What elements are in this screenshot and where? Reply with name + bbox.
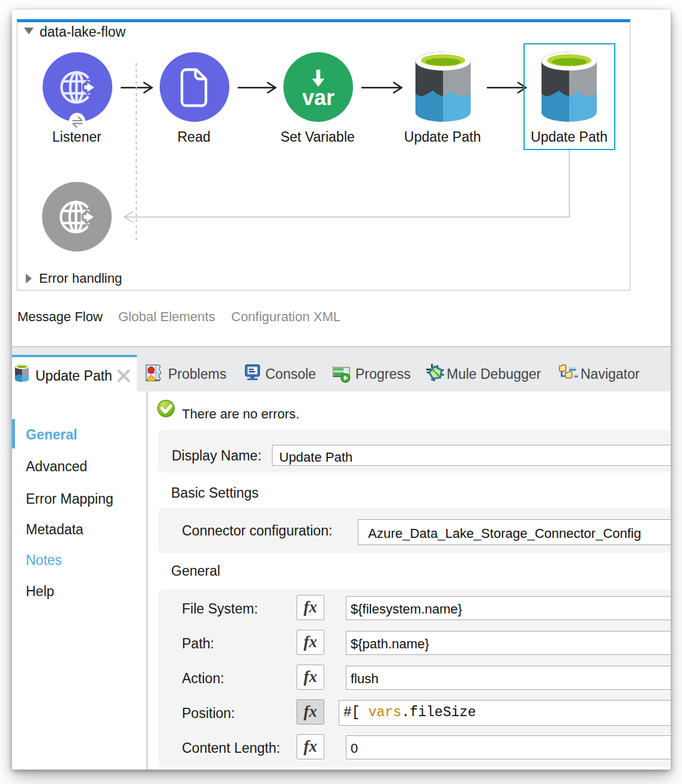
svg-text:var: var: [302, 85, 334, 110]
